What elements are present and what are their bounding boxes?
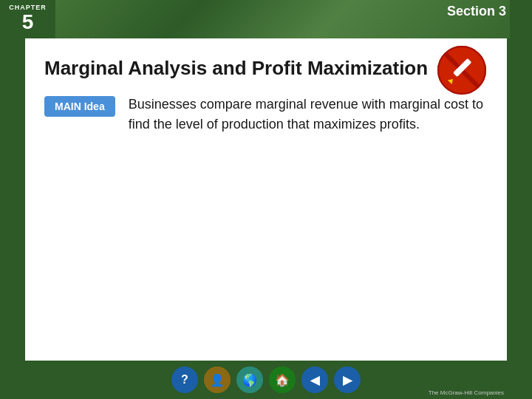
no-symbol-icon	[436, 44, 488, 96]
left-bar	[0, 0, 22, 399]
left-line	[22, 38, 25, 361]
section-label: Section 3	[447, 4, 506, 19]
top-texture	[55, 0, 510, 38]
prev-button[interactable]: ◀	[301, 366, 328, 393]
chapter-number: 5	[22, 11, 34, 34]
help-button[interactable]: ?	[171, 366, 198, 393]
globe-button[interactable]: 🌎	[236, 366, 263, 393]
main-idea-text: Businesses compare marginal revenue with…	[129, 95, 488, 134]
chapter-badge: CHAPTER 5	[0, 0, 55, 38]
main-idea-badge: MAIN Idea	[44, 96, 115, 117]
page-title: Marginal Analysis and Profit Maximizatio…	[44, 57, 488, 80]
home-button[interactable]: 🏠	[269, 366, 296, 393]
publisher-text: The McGraw-Hill Companies	[429, 389, 504, 396]
next-button[interactable]: ▶	[334, 366, 361, 393]
right-bar	[510, 0, 532, 399]
right-line	[507, 38, 510, 361]
person-button[interactable]: 👤	[204, 366, 231, 393]
main-idea-row: MAIN Idea Businesses compare marginal re…	[44, 95, 488, 134]
